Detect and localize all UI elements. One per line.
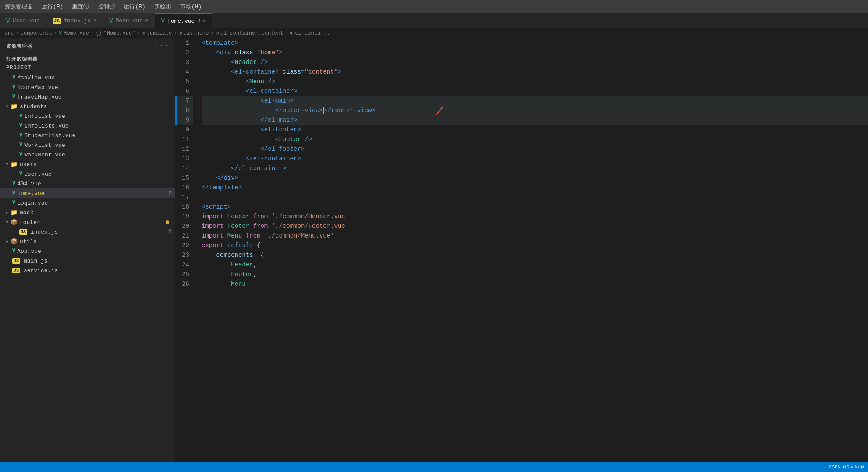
sidebar-item-mapview[interactable]: V MapView.vue [0, 73, 175, 82]
file-name: InfoLists.vue [24, 123, 68, 129]
vue-icon: V [12, 248, 15, 254]
sidebar-item-main-js[interactable]: JS main.js [0, 256, 175, 266]
sidebar-item-infolists[interactable]: V InfoLists.vue [0, 121, 175, 131]
tab-bar: V User.vue JS index.js M V Menu.vue M V … [0, 13, 868, 28]
sidebar-item-app-vue[interactable]: V App.vue [0, 246, 175, 256]
sidebar-item-home-vue[interactable]: V Home.vue M [0, 188, 175, 198]
arrow-down-icon: ▼ [4, 220, 11, 225]
folder-icon: 📁 [11, 209, 18, 216]
folder-icon: 📁 [11, 161, 18, 168]
sidebar-item-students-folder[interactable]: ▼ 📁 students [0, 102, 175, 111]
vue-icon: V [19, 113, 22, 119]
bc-div-home: div.home [184, 30, 209, 36]
sidebar-item-studentlist[interactable]: V StudentList.vue [0, 131, 175, 140]
code-line-17 [202, 192, 868, 202]
modified-indicator: M [169, 229, 172, 235]
code-line-16: </template> [202, 183, 868, 192]
vue-icon: V [19, 123, 22, 129]
code-line-6: <el-container> [202, 86, 868, 96]
breadcrumb: src › components › V Home.vue › {} "Home… [0, 28, 868, 38]
file-name: 404.vue [17, 181, 41, 187]
sidebar: 资源管理器 ··· 打开的编辑器 PROJECT V MapView.vue V… [0, 38, 175, 462]
tab-menu-vue[interactable]: V Menu.vue M [103, 13, 155, 28]
sidebar-tree: V MapView.vue V ScoreMap.vue V TravelMap… [0, 73, 175, 462]
arrow-down-icon: ▼ [4, 104, 11, 109]
bc-el-container: el-container.content [220, 30, 283, 36]
tab-user-vue[interactable]: V User.vue [0, 13, 46, 28]
folder-name: users [20, 161, 37, 168]
tab-modified: M [145, 18, 149, 24]
menu-item-run2[interactable]: 运行(R) [124, 3, 145, 11]
menu-item-run[interactable]: 运行(R) [42, 3, 63, 11]
js-icon: JS [19, 229, 27, 235]
vue-icon: V [161, 18, 165, 25]
code-line-1: <template> [202, 38, 868, 48]
status-bar: CSDN @Shake@ [0, 462, 868, 472]
folder-icon: 📦 [11, 238, 18, 245]
vue-icon: V [12, 190, 15, 196]
code-line-9: </el-main> [202, 115, 868, 125]
sidebar-title: 资源管理器 [6, 43, 32, 50]
tab-index-js[interactable]: JS index.js M [46, 13, 103, 28]
code-line-23: components: { [202, 250, 868, 260]
code-line-25: Footer, [202, 270, 868, 279]
code-line-3: <Header /> [202, 57, 868, 67]
menu-item-experiment[interactable]: 实验① [154, 3, 171, 11]
file-name: main.js [24, 258, 48, 264]
js-icon: JS [53, 18, 61, 24]
code-line-22: export default { [202, 241, 868, 250]
code-lines[interactable]: <template> <div class="home"> <Header />… [197, 38, 868, 462]
bc-el-conta-icon: ⊞ [290, 30, 293, 36]
code-line-15: </div> [202, 173, 868, 183]
open-editors-label: 打开的编辑器 [0, 54, 175, 63]
project-label: PROJECT [0, 63, 175, 73]
folder-name: students [20, 103, 47, 110]
code-line-12: </el-footer> [202, 144, 868, 154]
sidebar-menu-button[interactable]: ··· [154, 42, 169, 50]
code-line-8: <router-view></router-view> [202, 106, 868, 115]
vue-icon: V [12, 84, 15, 90]
sidebar-item-utils-folder[interactable]: ▶ 📦 utils [0, 237, 175, 246]
menu-item-reset[interactable]: 重置① [72, 3, 89, 11]
menu-item-market[interactable]: 市场(H) [180, 3, 202, 11]
code-line-21: import Menu from './common/Menu.vue' [202, 231, 868, 241]
sidebar-item-router-index-js[interactable]: JS index.js M [0, 227, 175, 237]
tab-label: Menu.vue [115, 18, 142, 24]
sidebar-item-service-js[interactable]: JS service.js [0, 266, 175, 275]
js-icon: JS [12, 258, 20, 264]
sidebar-item-mock-folder[interactable]: ▶ 📁 mock [0, 208, 175, 217]
folder-icon: 📦 [11, 219, 18, 226]
sidebar-item-router-folder[interactable]: ▼ 📦 router [0, 217, 175, 227]
code-line-14: </el-container> [202, 163, 868, 173]
sidebar-item-worklist[interactable]: V WorkList.vue [0, 140, 175, 150]
sidebar-header: 资源管理器 ··· [0, 38, 175, 54]
sidebar-item-workment[interactable]: V WorkMent.vue [0, 150, 175, 160]
sidebar-item-login[interactable]: V Login.vue [0, 198, 175, 208]
folder-name: mock [20, 209, 33, 216]
sidebar-item-scoremap[interactable]: V ScoreMap.vue [0, 82, 175, 92]
bc-components: components [21, 30, 52, 36]
tab-close-button[interactable]: ✕ [203, 18, 206, 25]
bc-vue-icon: V [59, 30, 62, 36]
menu-bar: 资源管理器 运行(R) 重置① 控制① 运行(R) 实验① 市场(H) [0, 0, 868, 13]
file-name: index.js [31, 229, 58, 235]
sidebar-item-users-folder[interactable]: ▼ 📁 users [0, 160, 175, 169]
tab-label: Home.vue [167, 18, 195, 25]
sidebar-item-travelmap[interactable]: V TravelMap.vue [0, 92, 175, 102]
vue-icon: V [12, 94, 15, 100]
vue-icon: V [19, 142, 22, 148]
menu-item-control[interactable]: 控制① [98, 3, 115, 11]
code-line-5: <Menu /> [202, 77, 868, 86]
sidebar-item-infolist[interactable]: V InfoList.vue [0, 111, 175, 121]
folder-name: router [20, 219, 40, 226]
sidebar-item-404[interactable]: V 404.vue [0, 179, 175, 188]
file-name: InfoList.vue [24, 113, 65, 120]
menu-item-file[interactable]: 资源管理器 [4, 3, 33, 11]
code-line-19: import Header from './common/Header.vue' [202, 212, 868, 221]
sidebar-item-user-vue[interactable]: V User.vue [0, 169, 175, 179]
code-line-7: <el-main> [202, 96, 868, 106]
code-content: 1 2 3 4 5 6 7 8 9 10 11 12 13 14 15 16 1… [175, 38, 868, 462]
code-editor[interactable]: 1 2 3 4 5 6 7 8 9 10 11 12 13 14 15 16 1… [175, 38, 868, 462]
bc-container-icon: ⊞ [216, 30, 219, 36]
tab-home-vue[interactable]: V Home.vue M ✕ [155, 13, 213, 28]
